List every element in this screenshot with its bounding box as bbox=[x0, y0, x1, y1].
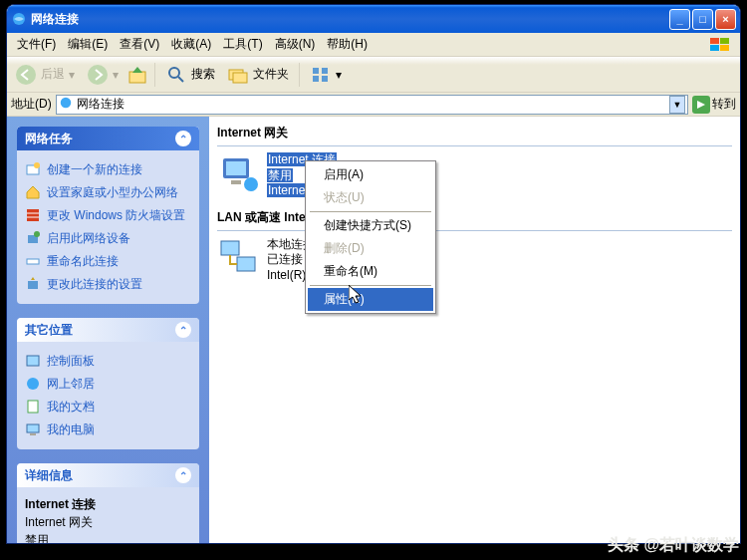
collapse-icon[interactable]: ⌃ bbox=[175, 322, 191, 338]
svg-rect-20 bbox=[27, 209, 39, 221]
menu-help[interactable]: 帮助(H) bbox=[321, 34, 374, 55]
views-icon bbox=[310, 64, 332, 86]
svg-point-24 bbox=[34, 231, 40, 237]
svg-rect-30 bbox=[27, 424, 39, 432]
svg-rect-11 bbox=[233, 73, 247, 83]
svg-rect-36 bbox=[221, 241, 239, 255]
folders-button[interactable]: 文件夹 bbox=[223, 62, 293, 88]
search-icon bbox=[165, 64, 187, 86]
ctx-rename[interactable]: 重命名(M) bbox=[308, 260, 433, 283]
place-network-neighborhood[interactable]: 网上邻居 bbox=[25, 373, 191, 396]
menu-advanced[interactable]: 高级(N) bbox=[269, 34, 322, 55]
svg-point-16 bbox=[60, 98, 71, 109]
task-setup-network[interactable]: 设置家庭或小型办公网络 bbox=[25, 181, 191, 204]
svg-point-8 bbox=[169, 68, 179, 78]
details-header[interactable]: 详细信息 ⌃ bbox=[17, 463, 199, 487]
network-places-icon bbox=[25, 376, 41, 392]
detail-status: 禁用 bbox=[25, 531, 191, 543]
svg-rect-1 bbox=[710, 38, 719, 44]
tasks-header[interactable]: 网络任务 ⌃ bbox=[17, 127, 199, 150]
menu-view[interactable]: 查看(V) bbox=[114, 34, 165, 55]
svg-rect-34 bbox=[231, 180, 241, 184]
ctx-separator bbox=[310, 211, 431, 212]
windows-flag-icon bbox=[704, 35, 736, 55]
firewall-icon bbox=[25, 207, 41, 223]
computer-icon bbox=[25, 421, 41, 437]
svg-rect-26 bbox=[28, 281, 38, 289]
svg-rect-3 bbox=[710, 45, 719, 51]
search-button[interactable]: 搜索 bbox=[161, 62, 219, 88]
svg-rect-7 bbox=[129, 72, 145, 83]
svg-point-19 bbox=[34, 162, 40, 168]
svg-point-35 bbox=[244, 177, 258, 191]
wizard-icon bbox=[25, 161, 41, 177]
context-menu: 启用(A) 状态(U) 创建快捷方式(S) 删除(D) 重命名(M) 属性(R) bbox=[305, 160, 436, 314]
details-panel: 详细信息 ⌃ Internet 连接 Internet 网关 禁用 Intern… bbox=[17, 463, 199, 543]
address-icon bbox=[59, 96, 73, 113]
ctx-properties[interactable]: 属性(R) bbox=[308, 288, 433, 311]
details-body: Internet 连接 Internet 网关 禁用 Internet 连接 bbox=[17, 487, 199, 543]
titlebar[interactable]: 网络连接 _ □ × bbox=[7, 5, 740, 33]
svg-rect-2 bbox=[720, 38, 729, 44]
views-button[interactable]: ▾ bbox=[306, 62, 346, 88]
collapse-icon[interactable]: ⌃ bbox=[175, 131, 191, 146]
place-my-computer[interactable]: 我的电脑 bbox=[25, 419, 191, 441]
menubar: 文件(F) 编辑(E) 查看(V) 收藏(A) 工具(T) 高级(N) 帮助(H… bbox=[7, 33, 740, 57]
connection-status: 已连接 bbox=[267, 252, 303, 266]
sidebar: 网络任务 ⌃ 创建一个新的连接 设置家庭或小型办公网络 更改 Windows 防… bbox=[7, 117, 209, 543]
connection-lan[interactable]: 本地连接 已连接 Intel(R) bbox=[217, 237, 732, 284]
task-create-connection[interactable]: 创建一个新的连接 bbox=[25, 158, 191, 181]
task-enable-device[interactable]: 启用此网络设备 bbox=[25, 227, 191, 250]
svg-rect-4 bbox=[720, 45, 729, 51]
main-pane[interactable]: Internet 网关 Internet 连接 禁用 Internet 连接 L… bbox=[209, 117, 740, 543]
svg-point-5 bbox=[16, 65, 36, 85]
go-button[interactable]: 转到 bbox=[692, 96, 736, 114]
address-combo[interactable]: 网络连接 ▼ bbox=[56, 95, 688, 115]
svg-line-9 bbox=[178, 77, 183, 82]
menu-favorites[interactable]: 收藏(A) bbox=[165, 34, 217, 55]
separator bbox=[154, 63, 155, 87]
connection-internet[interactable]: Internet 连接 禁用 Internet 连接 bbox=[217, 152, 732, 199]
maximize-button[interactable]: □ bbox=[692, 9, 713, 30]
collapse-icon[interactable]: ⌃ bbox=[175, 467, 191, 483]
svg-rect-14 bbox=[313, 76, 319, 82]
ctx-enable[interactable]: 启用(A) bbox=[308, 163, 433, 186]
control-panel-icon bbox=[25, 353, 41, 369]
enable-icon bbox=[25, 230, 41, 246]
home-network-icon bbox=[25, 184, 41, 200]
places-body: 控制面板 网上邻居 我的文档 我的电脑 bbox=[17, 342, 199, 449]
close-button[interactable]: × bbox=[715, 9, 736, 30]
task-change-settings[interactable]: 更改此连接的设置 bbox=[25, 273, 191, 296]
lan-icon bbox=[217, 237, 261, 281]
ctx-create-shortcut[interactable]: 创建快捷方式(S) bbox=[308, 214, 433, 237]
place-control-panel[interactable]: 控制面板 bbox=[25, 350, 191, 373]
section-lan: LAN 或高速 Internet bbox=[217, 205, 732, 231]
svg-rect-31 bbox=[30, 433, 36, 435]
menu-tools[interactable]: 工具(T) bbox=[217, 34, 268, 55]
tasks-body: 创建一个新的连接 设置家庭或小型办公网络 更改 Windows 防火墙设置 启用… bbox=[17, 150, 199, 304]
svg-rect-15 bbox=[322, 76, 328, 82]
menu-edit[interactable]: 编辑(E) bbox=[62, 34, 114, 55]
menu-file[interactable]: 文件(F) bbox=[11, 34, 62, 55]
task-rename[interactable]: 重命名此连接 bbox=[25, 250, 191, 273]
up-icon[interactable] bbox=[126, 64, 148, 86]
documents-icon bbox=[25, 399, 41, 415]
connection-desc: Intel(R) bbox=[267, 268, 306, 282]
watermark: 头条 @若叶谈数学 bbox=[608, 535, 739, 556]
svg-rect-37 bbox=[237, 257, 255, 271]
place-my-documents[interactable]: 我的文档 bbox=[25, 396, 191, 419]
places-header[interactable]: 其它位置 ⌃ bbox=[17, 318, 199, 342]
minimize-button[interactable]: _ bbox=[669, 9, 690, 30]
detail-name: Internet 连接 bbox=[25, 495, 191, 513]
address-dropdown-icon[interactable]: ▼ bbox=[669, 96, 685, 114]
svg-rect-12 bbox=[313, 68, 319, 74]
addressbar: 地址(D) 网络连接 ▼ 转到 bbox=[7, 93, 740, 117]
window-title: 网络连接 bbox=[31, 11, 669, 28]
section-gateway: Internet 网关 bbox=[217, 121, 732, 146]
task-firewall[interactable]: 更改 Windows 防火墙设置 bbox=[25, 204, 191, 227]
folders-icon bbox=[227, 64, 249, 86]
settings-icon bbox=[25, 276, 41, 292]
svg-point-6 bbox=[88, 65, 108, 85]
ctx-separator bbox=[310, 285, 431, 286]
window-icon bbox=[11, 11, 27, 27]
